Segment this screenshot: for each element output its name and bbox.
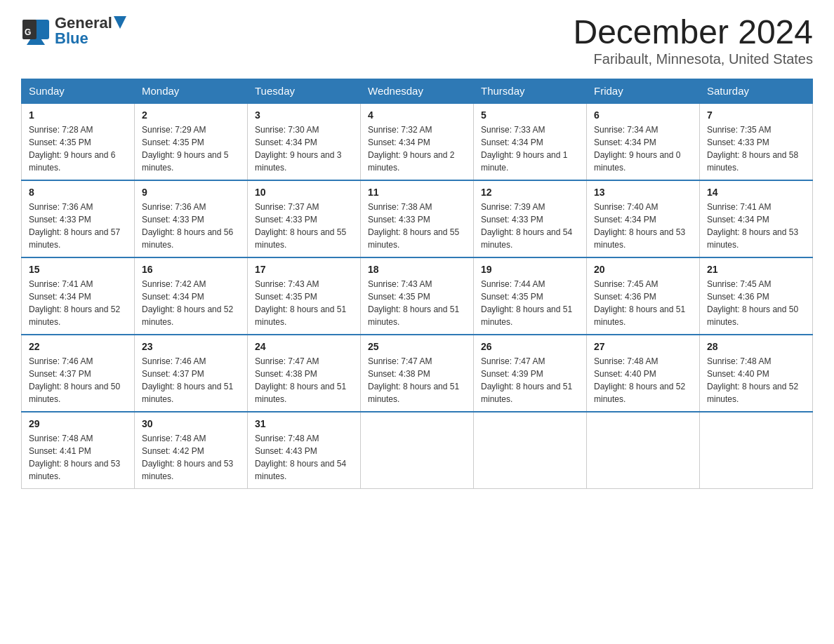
day-info: Sunrise: 7:46 AMSunset: 4:37 PMDaylight:… [142, 355, 240, 405]
calendar-day-cell: 4Sunrise: 7:32 AMSunset: 4:34 PMDaylight… [361, 103, 474, 180]
day-info: Sunrise: 7:46 AMSunset: 4:37 PMDaylight:… [29, 355, 127, 405]
day-number: 27 [594, 341, 692, 352]
day-number: 1 [29, 109, 127, 121]
calendar-day-cell: 13Sunrise: 7:40 AMSunset: 4:34 PMDayligh… [587, 180, 700, 257]
calendar-day-cell: 24Sunrise: 7:47 AMSunset: 4:38 PMDayligh… [248, 335, 361, 412]
logo-triangle-icon [114, 16, 126, 29]
day-info: Sunrise: 7:28 AMSunset: 4:35 PMDaylight:… [29, 123, 127, 174]
day-number: 15 [29, 264, 127, 275]
calendar-empty-cell [474, 412, 587, 489]
calendar-day-cell: 3Sunrise: 7:30 AMSunset: 4:34 PMDaylight… [248, 103, 361, 180]
day-info: Sunrise: 7:44 AMSunset: 4:35 PMDaylight:… [481, 278, 579, 328]
weekday-header-tuesday: Tuesday [248, 79, 361, 103]
calendar-day-cell: 14Sunrise: 7:41 AMSunset: 4:34 PMDayligh… [700, 180, 813, 257]
day-number: 18 [368, 264, 466, 275]
calendar-day-cell: 9Sunrise: 7:36 AMSunset: 4:33 PMDaylight… [135, 180, 248, 257]
day-info: Sunrise: 7:41 AMSunset: 4:34 PMDaylight:… [29, 278, 127, 328]
day-number: 26 [481, 341, 579, 352]
day-number: 30 [142, 418, 240, 429]
day-info: Sunrise: 7:42 AMSunset: 4:34 PMDaylight:… [142, 278, 240, 328]
day-number: 2 [142, 109, 240, 121]
calendar-day-cell: 6Sunrise: 7:34 AMSunset: 4:34 PMDaylight… [587, 103, 700, 180]
calendar-day-cell: 23Sunrise: 7:46 AMSunset: 4:37 PMDayligh… [135, 335, 248, 412]
day-info: Sunrise: 7:36 AMSunset: 4:33 PMDaylight:… [29, 201, 127, 251]
calendar-day-cell: 26Sunrise: 7:47 AMSunset: 4:39 PMDayligh… [474, 335, 587, 412]
day-info: Sunrise: 7:36 AMSunset: 4:33 PMDaylight:… [142, 201, 240, 251]
day-number: 28 [707, 341, 805, 352]
calendar-day-cell: 1Sunrise: 7:28 AMSunset: 4:35 PMDaylight… [22, 103, 135, 180]
logo-icon: G [21, 18, 51, 48]
calendar-week-row: 15Sunrise: 7:41 AMSunset: 4:34 PMDayligh… [22, 257, 813, 335]
day-info: Sunrise: 7:47 AMSunset: 4:39 PMDaylight:… [481, 355, 579, 405]
calendar-empty-cell [700, 412, 813, 489]
day-info: Sunrise: 7:48 AMSunset: 4:40 PMDaylight:… [594, 355, 692, 405]
calendar-day-cell: 28Sunrise: 7:48 AMSunset: 4:40 PMDayligh… [700, 335, 813, 412]
day-number: 22 [29, 341, 127, 352]
day-info: Sunrise: 7:37 AMSunset: 4:33 PMDaylight:… [255, 201, 353, 251]
day-info: Sunrise: 7:48 AMSunset: 4:43 PMDaylight:… [255, 432, 353, 483]
calendar-day-cell: 31Sunrise: 7:48 AMSunset: 4:43 PMDayligh… [248, 412, 361, 489]
calendar-day-cell: 12Sunrise: 7:39 AMSunset: 4:33 PMDayligh… [474, 180, 587, 257]
day-number: 4 [368, 109, 466, 121]
weekday-header-thursday: Thursday [474, 79, 587, 103]
day-number: 16 [142, 264, 240, 275]
day-number: 29 [29, 418, 127, 429]
calendar-day-cell: 29Sunrise: 7:48 AMSunset: 4:41 PMDayligh… [22, 412, 135, 489]
day-info: Sunrise: 7:32 AMSunset: 4:34 PMDaylight:… [368, 123, 466, 174]
day-number: 19 [481, 264, 579, 275]
calendar-day-cell: 10Sunrise: 7:37 AMSunset: 4:33 PMDayligh… [248, 180, 361, 257]
weekday-header-saturday: Saturday [700, 79, 813, 103]
calendar-week-row: 29Sunrise: 7:48 AMSunset: 4:41 PMDayligh… [22, 412, 813, 489]
day-number: 21 [707, 264, 805, 275]
logo-text-block: General Blue [55, 14, 126, 48]
day-number: 9 [142, 187, 240, 198]
day-number: 10 [255, 187, 353, 198]
day-info: Sunrise: 7:48 AMSunset: 4:40 PMDaylight:… [707, 355, 805, 405]
day-number: 7 [707, 109, 805, 121]
day-info: Sunrise: 7:35 AMSunset: 4:33 PMDaylight:… [707, 123, 805, 174]
day-number: 3 [255, 109, 353, 121]
day-info: Sunrise: 7:30 AMSunset: 4:34 PMDaylight:… [255, 123, 353, 174]
day-number: 17 [255, 264, 353, 275]
day-info: Sunrise: 7:48 AMSunset: 4:41 PMDaylight:… [29, 432, 127, 483]
calendar-week-row: 1Sunrise: 7:28 AMSunset: 4:35 PMDaylight… [22, 103, 813, 180]
day-info: Sunrise: 7:41 AMSunset: 4:34 PMDaylight:… [707, 201, 805, 251]
day-number: 13 [594, 187, 692, 198]
calendar-table: SundayMondayTuesdayWednesdayThursdayFrid… [21, 79, 813, 490]
logo: G General Blue [21, 14, 126, 48]
day-number: 25 [368, 341, 466, 352]
svg-marker-4 [114, 16, 126, 29]
day-number: 31 [255, 418, 353, 429]
day-info: Sunrise: 7:45 AMSunset: 4:36 PMDaylight:… [707, 278, 805, 328]
calendar-day-cell: 2Sunrise: 7:29 AMSunset: 4:35 PMDaylight… [135, 103, 248, 180]
day-info: Sunrise: 7:34 AMSunset: 4:34 PMDaylight:… [594, 123, 692, 174]
day-info: Sunrise: 7:47 AMSunset: 4:38 PMDaylight:… [255, 355, 353, 405]
calendar-day-cell: 21Sunrise: 7:45 AMSunset: 4:36 PMDayligh… [700, 257, 813, 335]
calendar-empty-cell [361, 412, 474, 489]
calendar-day-cell: 25Sunrise: 7:47 AMSunset: 4:38 PMDayligh… [361, 335, 474, 412]
calendar-day-cell: 11Sunrise: 7:38 AMSunset: 4:33 PMDayligh… [361, 180, 474, 257]
day-number: 6 [594, 109, 692, 121]
day-info: Sunrise: 7:43 AMSunset: 4:35 PMDaylight:… [368, 278, 466, 328]
weekday-header-sunday: Sunday [22, 79, 135, 103]
calendar-week-row: 22Sunrise: 7:46 AMSunset: 4:37 PMDayligh… [22, 335, 813, 412]
day-info: Sunrise: 7:43 AMSunset: 4:35 PMDaylight:… [255, 278, 353, 328]
svg-text:G: G [25, 27, 31, 37]
title-block: December 2024 Faribault, Minnesota, Unit… [573, 14, 813, 67]
day-number: 20 [594, 264, 692, 275]
day-info: Sunrise: 7:38 AMSunset: 4:33 PMDaylight:… [368, 201, 466, 251]
day-info: Sunrise: 7:45 AMSunset: 4:36 PMDaylight:… [594, 278, 692, 328]
calendar-day-cell: 16Sunrise: 7:42 AMSunset: 4:34 PMDayligh… [135, 257, 248, 335]
weekday-header-friday: Friday [587, 79, 700, 103]
day-info: Sunrise: 7:40 AMSunset: 4:34 PMDaylight:… [594, 201, 692, 251]
calendar-empty-cell [587, 412, 700, 489]
day-info: Sunrise: 7:47 AMSunset: 4:38 PMDaylight:… [368, 355, 466, 405]
day-number: 8 [29, 187, 127, 198]
day-info: Sunrise: 7:48 AMSunset: 4:42 PMDaylight:… [142, 432, 240, 483]
day-number: 12 [481, 187, 579, 198]
calendar-week-row: 8Sunrise: 7:36 AMSunset: 4:33 PMDaylight… [22, 180, 813, 257]
calendar-header: SundayMondayTuesdayWednesdayThursdayFrid… [22, 79, 813, 103]
location-title: Faribault, Minnesota, United States [573, 51, 813, 67]
calendar-day-cell: 15Sunrise: 7:41 AMSunset: 4:34 PMDayligh… [22, 257, 135, 335]
calendar-day-cell: 27Sunrise: 7:48 AMSunset: 4:40 PMDayligh… [587, 335, 700, 412]
